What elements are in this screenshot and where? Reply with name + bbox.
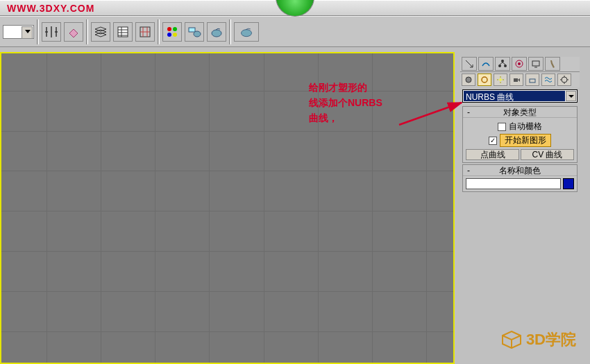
rollout-title: 对象类型	[503, 107, 537, 117]
svg-point-2	[167, 27, 171, 31]
geometry-icon[interactable]	[462, 73, 475, 86]
helpers-icon[interactable]	[525, 73, 539, 86]
name-and-color-rollout: - 名称和颜色	[462, 164, 578, 192]
render-icon[interactable]	[207, 22, 226, 42]
object-name-input[interactable]	[466, 178, 561, 189]
svg-point-19	[499, 78, 502, 81]
collapse-icon: -	[467, 107, 470, 117]
colors-icon[interactable]	[162, 22, 182, 42]
start-new-shape-checkbox[interactable]	[489, 137, 497, 145]
rollout-header[interactable]: - 对象类型	[463, 107, 577, 118]
collapse-icon: -	[467, 166, 470, 175]
svg-point-17	[466, 77, 471, 83]
viewport-area	[0, 47, 458, 364]
create-tab-icon[interactable]	[462, 57, 477, 71]
command-panel: NURBS 曲线 - 对象类型 自动栅格 开始新图形 点曲线 CV 曲线 -	[460, 57, 580, 193]
cv-curve-button[interactable]: CV 曲线	[521, 149, 574, 160]
viewport-grid	[1, 53, 453, 363]
object-type-rollout: - 对象类型 自动栅格 开始新图形 点曲线 CV 曲线	[462, 106, 578, 163]
svg-point-15	[518, 62, 521, 65]
watermark-text: WWW.3DXY.COM	[7, 3, 94, 14]
annotation-line: 给刚才塑形的	[309, 80, 382, 95]
shapes-icon[interactable]	[478, 73, 491, 86]
hierarchy-tab-icon[interactable]	[495, 57, 510, 71]
lights-icon[interactable]	[494, 73, 507, 86]
modify-tab-icon[interactable]	[478, 57, 494, 71]
annotation-line: 线添加个NURBS	[309, 95, 382, 110]
toolbar-separator	[37, 19, 39, 44]
svg-point-11	[501, 60, 504, 62]
svg-rect-16	[532, 61, 539, 66]
autogrid-checkbox[interactable]	[498, 123, 506, 131]
toolbar-separator	[158, 19, 160, 44]
erase-icon[interactable]	[64, 22, 83, 42]
svg-rect-20	[514, 78, 518, 82]
utilities-tab-icon[interactable]	[545, 57, 560, 71]
rollout-title: 名称和颜色	[499, 166, 541, 175]
chevron-down-icon	[566, 91, 576, 101]
toolbar-separator	[86, 19, 88, 44]
main-toolbar	[0, 16, 590, 47]
svg-rect-21	[530, 79, 535, 83]
svg-point-3	[173, 27, 177, 31]
toolbar-separator	[229, 19, 231, 44]
layers-icon[interactable]	[91, 22, 110, 42]
render-setup-icon[interactable]	[185, 22, 204, 42]
annotation-text: 给刚才塑形的 线添加个NURBS 曲线，	[309, 80, 382, 125]
shape-category-dropdown[interactable]: NURBS 曲线	[462, 89, 578, 103]
cube-icon	[501, 331, 522, 349]
dropdown-selected-text: NURBS 曲线	[464, 91, 565, 101]
svg-point-12	[498, 64, 501, 67]
svg-point-7	[194, 31, 201, 37]
svg-point-18	[482, 77, 487, 83]
table-icon[interactable]	[113, 22, 133, 42]
logo-text: 3D学院	[526, 329, 576, 350]
svg-point-13	[504, 64, 507, 67]
snap-icon[interactable]	[135, 22, 155, 42]
selection-filter-combo[interactable]	[3, 25, 34, 39]
autogrid-label: 自动栅格	[509, 121, 542, 132]
cameras-icon[interactable]	[509, 73, 523, 86]
spacewarps-icon[interactable]	[541, 73, 555, 86]
object-color-swatch[interactable]	[563, 178, 574, 189]
systems-icon[interactable]	[557, 73, 571, 86]
svg-point-22	[562, 77, 567, 83]
point-curve-button[interactable]: 点曲线	[466, 149, 519, 160]
command-panel-tabs	[460, 57, 580, 72]
mirror-icon[interactable]	[42, 22, 61, 42]
big-teapot-icon[interactable]	[234, 22, 259, 42]
svg-point-4	[167, 33, 171, 37]
svg-point-5	[173, 33, 177, 37]
app-logo-blob	[276, 0, 314, 17]
motion-tab-icon[interactable]	[512, 57, 527, 71]
svg-point-9	[242, 29, 252, 36]
active-viewport[interactable]	[0, 52, 455, 364]
svg-line-10	[399, 103, 462, 125]
svg-rect-6	[189, 28, 195, 32]
rollout-header[interactable]: - 名称和颜色	[463, 165, 577, 176]
start-new-shape-label: 开始新图形	[500, 134, 551, 147]
annotation-line: 曲线，	[309, 110, 382, 125]
display-tab-icon[interactable]	[528, 57, 543, 71]
svg-point-8	[212, 30, 221, 37]
create-subcategory-row	[460, 72, 580, 87]
watermark-logo: 3D学院	[501, 329, 576, 350]
